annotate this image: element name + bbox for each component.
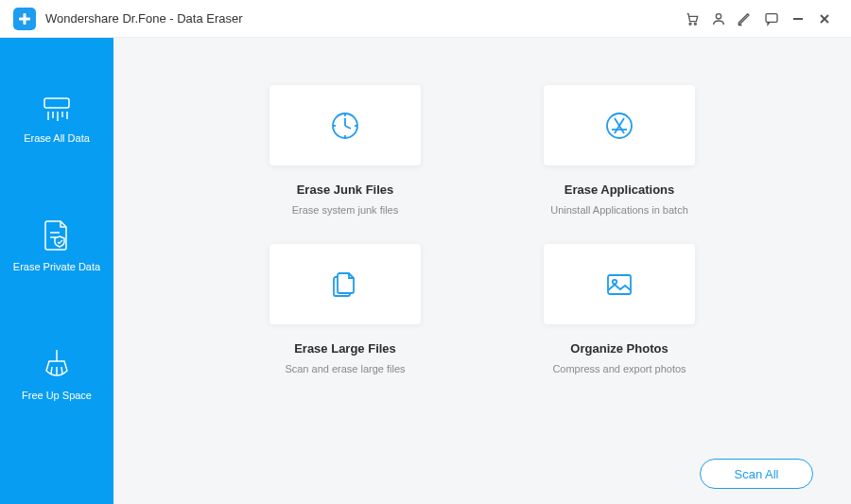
broom-icon [43,348,71,380]
account-button[interactable] [705,6,732,32]
card-title: Erase Large Files [294,341,396,356]
main-panel: Erase Junk Files Erase system junk files… [113,38,851,504]
close-button[interactable] [811,6,838,32]
app-title: Wondershare Dr.Fone - Data Eraser [45,11,243,26]
minimize-icon [791,12,805,26]
card-subtitle: Compress and export photos [552,363,686,374]
titlebar: Wondershare Dr.Fone - Data Eraser [0,0,851,38]
app-logo [13,8,36,30]
svg-rect-1 [19,17,30,20]
svg-line-23 [345,126,351,129]
files-icon [328,268,362,302]
cart-button[interactable] [679,6,705,32]
card-organize-photos[interactable]: Organize Photos Compress and export phot… [515,244,723,374]
sidebar-item-label: Erase Private Data [13,261,100,272]
svg-rect-5 [766,13,777,22]
card-title: Erase Junk Files [297,182,394,197]
card-erase-junk[interactable]: Erase Junk Files Erase system junk files [241,85,449,216]
sidebar-item-erase-all[interactable]: Erase All Data [0,76,113,200]
appstore-icon [602,109,636,143]
card-icon-box [544,85,695,165]
scan-all-button[interactable]: Scan All [700,459,813,489]
document-shield-icon [43,219,71,252]
workspace: Erase All Data Erase Private Data Free [0,38,851,504]
svg-rect-32 [608,275,631,294]
chat-icon [764,11,779,26]
edit-button[interactable] [732,6,758,32]
feedback-button[interactable] [758,6,785,32]
card-subtitle: Uninstall Applications in batch [550,204,688,216]
svg-line-20 [61,367,62,374]
sidebar-item-label: Free Up Space [22,390,92,401]
close-icon [818,12,831,26]
minimize-button[interactable] [785,6,811,32]
svg-point-4 [716,13,721,18]
svg-point-2 [689,23,691,25]
svg-point-3 [694,23,696,25]
cards-grid: Erase Junk Files Erase system junk files… [113,85,851,374]
pencil-icon [738,11,753,26]
plus-icon [17,11,32,26]
card-icon-box [269,244,421,324]
shredder-icon [41,95,73,123]
svg-point-33 [613,279,617,283]
sidebar-item-label: Erase All Data [24,132,90,144]
card-icon-box [544,244,695,324]
card-subtitle: Erase system junk files [292,204,398,216]
sidebar-item-free-space[interactable]: Free Up Space [0,329,113,458]
card-title: Organize Photos [570,341,668,356]
user-icon [711,11,726,26]
card-erase-applications[interactable]: Erase Applications Uninstall Application… [515,85,723,216]
card-erase-large-files[interactable]: Erase Large Files Scan and erase large f… [241,244,449,374]
clock-icon [328,109,362,143]
photo-icon [602,268,636,302]
sidebar-item-erase-private[interactable]: Erase Private Data [0,200,113,329]
card-title: Erase Applications [564,182,675,197]
svg-rect-9 [44,98,69,108]
scan-all-label: Scan All [735,467,779,481]
card-icon-box [269,85,421,165]
svg-line-18 [51,367,52,374]
sidebar: Erase All Data Erase Private Data Free [0,38,113,504]
cart-icon [685,11,700,26]
card-subtitle: Scan and erase large files [285,363,405,374]
